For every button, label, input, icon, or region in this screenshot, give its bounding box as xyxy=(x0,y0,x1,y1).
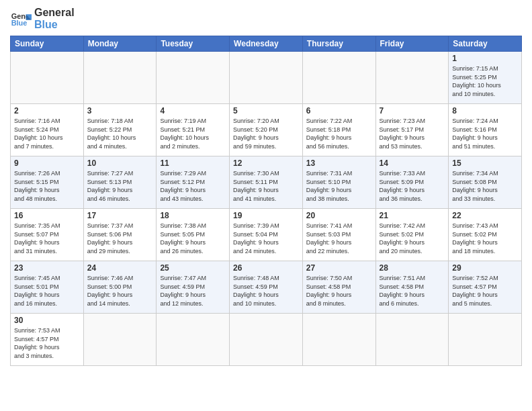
day-number: 11 xyxy=(160,158,226,168)
day-info: Sunrise: 7:35 AM Sunset: 5:07 PM Dayligh… xyxy=(14,222,80,255)
calendar-day-cell: 5Sunrise: 7:20 AM Sunset: 5:20 PM Daylig… xyxy=(230,104,303,156)
day-number: 28 xyxy=(380,263,445,273)
day-number: 17 xyxy=(87,211,153,220)
day-number: 5 xyxy=(233,106,299,116)
calendar-day-cell: 9Sunrise: 7:26 AM Sunset: 5:15 PM Daylig… xyxy=(11,156,84,209)
day-number: 29 xyxy=(452,263,518,273)
day-info: Sunrise: 7:38 AM Sunset: 5:05 PM Dayligh… xyxy=(160,222,226,255)
calendar-day-cell: 17Sunrise: 7:37 AM Sunset: 5:06 PM Dayli… xyxy=(83,209,157,261)
calendar-day-cell: 18Sunrise: 7:38 AM Sunset: 5:05 PM Dayli… xyxy=(157,209,230,261)
weekday-header-monday: Monday xyxy=(83,36,157,52)
calendar-day-cell: 7Sunrise: 7:23 AM Sunset: 5:17 PM Daylig… xyxy=(375,104,449,156)
day-info: Sunrise: 7:29 AM Sunset: 5:12 PM Dayligh… xyxy=(160,169,226,203)
day-info: Sunrise: 7:15 AM Sunset: 5:25 PM Dayligh… xyxy=(452,64,518,98)
day-info: Sunrise: 7:30 AM Sunset: 5:11 PM Dayligh… xyxy=(233,169,299,203)
day-number: 27 xyxy=(306,263,372,273)
day-info: Sunrise: 7:24 AM Sunset: 5:16 PM Dayligh… xyxy=(452,117,518,150)
weekday-header-row: SundayMondayTuesdayWednesdayThursdayFrid… xyxy=(11,36,522,52)
calendar-day-cell: 2Sunrise: 7:16 AM Sunset: 5:24 PM Daylig… xyxy=(11,104,84,156)
day-info: Sunrise: 7:19 AM Sunset: 5:21 PM Dayligh… xyxy=(160,117,226,150)
calendar-day-cell: 22Sunrise: 7:43 AM Sunset: 5:02 PM Dayli… xyxy=(449,209,522,261)
day-number: 19 xyxy=(233,211,299,220)
calendar-day-cell: 14Sunrise: 7:33 AM Sunset: 5:09 PM Dayli… xyxy=(375,156,449,209)
calendar-day-cell: 4Sunrise: 7:19 AM Sunset: 5:21 PM Daylig… xyxy=(157,104,230,156)
calendar-day-cell: 30Sunrise: 7:53 AM Sunset: 4:57 PM Dayli… xyxy=(11,314,84,366)
calendar-day-cell: 1Sunrise: 7:15 AM Sunset: 5:25 PM Daylig… xyxy=(449,52,522,104)
weekday-header-wednesday: Wednesday xyxy=(230,36,303,52)
logo: General Blue General Blue xyxy=(10,7,75,30)
calendar-week-row: 16Sunrise: 7:35 AM Sunset: 5:07 PM Dayli… xyxy=(11,209,522,261)
day-info: Sunrise: 7:31 AM Sunset: 5:10 PM Dayligh… xyxy=(306,169,372,203)
calendar-day-cell: 8Sunrise: 7:24 AM Sunset: 5:16 PM Daylig… xyxy=(449,104,522,156)
weekday-header-tuesday: Tuesday xyxy=(157,36,230,52)
day-info: Sunrise: 7:50 AM Sunset: 4:58 PM Dayligh… xyxy=(306,274,372,308)
calendar-week-row: 2Sunrise: 7:16 AM Sunset: 5:24 PM Daylig… xyxy=(11,104,522,156)
day-number: 13 xyxy=(306,158,372,168)
calendar-day-cell xyxy=(449,314,522,366)
day-info: Sunrise: 7:26 AM Sunset: 5:15 PM Dayligh… xyxy=(14,169,80,203)
day-info: Sunrise: 7:18 AM Sunset: 5:22 PM Dayligh… xyxy=(87,117,153,150)
calendar-day-cell xyxy=(11,52,84,104)
calendar-day-cell xyxy=(302,314,375,366)
calendar-day-cell: 10Sunrise: 7:27 AM Sunset: 5:13 PM Dayli… xyxy=(83,156,157,209)
weekday-header-saturday: Saturday xyxy=(449,36,522,52)
day-number: 10 xyxy=(87,158,153,168)
day-number: 14 xyxy=(380,158,445,168)
day-info: Sunrise: 7:48 AM Sunset: 4:59 PM Dayligh… xyxy=(233,274,299,308)
day-number: 3 xyxy=(87,106,153,116)
calendar-day-cell: 28Sunrise: 7:51 AM Sunset: 4:58 PM Dayli… xyxy=(375,261,449,314)
calendar-day-cell: 21Sunrise: 7:42 AM Sunset: 5:02 PM Dayli… xyxy=(375,209,449,261)
calendar-day-cell xyxy=(157,314,230,366)
day-number: 16 xyxy=(14,211,80,220)
calendar-day-cell: 19Sunrise: 7:39 AM Sunset: 5:04 PM Dayli… xyxy=(230,209,303,261)
day-info: Sunrise: 7:34 AM Sunset: 5:08 PM Dayligh… xyxy=(452,169,518,203)
calendar-day-cell xyxy=(157,52,230,104)
weekday-header-thursday: Thursday xyxy=(302,36,375,52)
calendar-day-cell: 15Sunrise: 7:34 AM Sunset: 5:08 PM Dayli… xyxy=(449,156,522,209)
day-info: Sunrise: 7:20 AM Sunset: 5:20 PM Dayligh… xyxy=(233,117,299,150)
day-number: 8 xyxy=(452,106,518,116)
calendar-week-row: 1Sunrise: 7:15 AM Sunset: 5:25 PM Daylig… xyxy=(11,52,522,104)
day-number: 9 xyxy=(14,158,80,168)
header: General Blue General Blue xyxy=(10,7,522,30)
day-info: Sunrise: 7:51 AM Sunset: 4:58 PM Dayligh… xyxy=(380,274,445,308)
calendar-table: SundayMondayTuesdayWednesdayThursdayFrid… xyxy=(10,36,522,366)
day-number: 6 xyxy=(306,106,372,116)
calendar-day-cell: 12Sunrise: 7:30 AM Sunset: 5:11 PM Dayli… xyxy=(230,156,303,209)
calendar-day-cell: 16Sunrise: 7:35 AM Sunset: 5:07 PM Dayli… xyxy=(11,209,84,261)
day-number: 20 xyxy=(306,211,372,220)
calendar-day-cell: 13Sunrise: 7:31 AM Sunset: 5:10 PM Dayli… xyxy=(302,156,375,209)
day-info: Sunrise: 7:53 AM Sunset: 4:57 PM Dayligh… xyxy=(14,326,80,360)
weekday-header-friday: Friday xyxy=(375,36,449,52)
calendar-day-cell xyxy=(83,314,157,366)
day-number: 1 xyxy=(452,54,518,63)
calendar-day-cell xyxy=(83,52,157,104)
calendar-day-cell: 25Sunrise: 7:47 AM Sunset: 4:59 PM Dayli… xyxy=(157,261,230,314)
page: General Blue General Blue SundayMondayTu… xyxy=(0,0,532,411)
calendar-day-cell xyxy=(230,314,303,366)
day-number: 22 xyxy=(452,211,518,220)
day-number: 7 xyxy=(380,106,445,116)
day-number: 26 xyxy=(233,263,299,273)
calendar-week-row: 30Sunrise: 7:53 AM Sunset: 4:57 PM Dayli… xyxy=(11,314,522,366)
day-info: Sunrise: 7:52 AM Sunset: 4:57 PM Dayligh… xyxy=(452,274,518,308)
calendar-day-cell: 24Sunrise: 7:46 AM Sunset: 5:00 PM Dayli… xyxy=(83,261,157,314)
day-number: 18 xyxy=(160,211,226,220)
logo-general-text: General xyxy=(34,7,75,19)
day-info: Sunrise: 7:33 AM Sunset: 5:09 PM Dayligh… xyxy=(380,169,445,203)
day-number: 12 xyxy=(233,158,299,168)
day-info: Sunrise: 7:22 AM Sunset: 5:18 PM Dayligh… xyxy=(306,117,372,150)
day-info: Sunrise: 7:27 AM Sunset: 5:13 PM Dayligh… xyxy=(87,169,153,203)
day-info: Sunrise: 7:39 AM Sunset: 5:04 PM Dayligh… xyxy=(233,222,299,255)
calendar-day-cell: 26Sunrise: 7:48 AM Sunset: 4:59 PM Dayli… xyxy=(230,261,303,314)
day-number: 24 xyxy=(87,263,153,273)
calendar-day-cell: 27Sunrise: 7:50 AM Sunset: 4:58 PM Dayli… xyxy=(302,261,375,314)
calendar-day-cell: 23Sunrise: 7:45 AM Sunset: 5:01 PM Dayli… xyxy=(11,261,84,314)
day-info: Sunrise: 7:43 AM Sunset: 5:02 PM Dayligh… xyxy=(452,222,518,255)
calendar-day-cell: 20Sunrise: 7:41 AM Sunset: 5:03 PM Dayli… xyxy=(302,209,375,261)
day-number: 23 xyxy=(14,263,80,273)
day-number: 4 xyxy=(160,106,226,116)
day-number: 21 xyxy=(380,211,445,220)
calendar-day-cell xyxy=(375,52,449,104)
logo-blue-text: Blue xyxy=(34,19,75,31)
